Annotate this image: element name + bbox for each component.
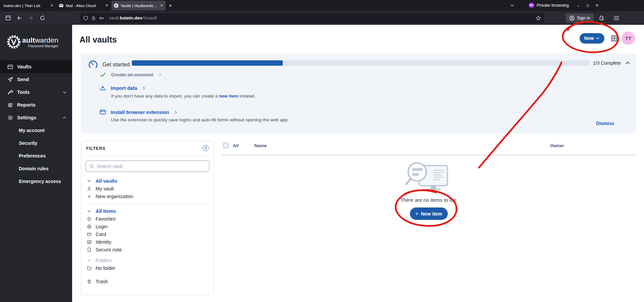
user-icon bbox=[86, 186, 92, 191]
main-content: All vaults New TT bbox=[72, 25, 644, 302]
step-label[interactable]: Import data bbox=[111, 85, 137, 91]
tab-close-icon[interactable]: ✕ bbox=[105, 3, 108, 8]
lock-icon[interactable] bbox=[91, 15, 96, 21]
bookmark-star-icon[interactable] bbox=[536, 15, 541, 21]
gear-icon bbox=[7, 115, 13, 121]
trash-icon bbox=[86, 279, 92, 284]
sidebar-item-settings[interactable]: Settings bbox=[0, 111, 72, 124]
shield-icon[interactable] bbox=[83, 15, 88, 21]
column-owner[interactable]: Owner bbox=[550, 143, 564, 148]
tab-mail[interactable]: Mail - Atlas Cloud ✕ bbox=[56, 1, 111, 10]
list-all-tabs-icon[interactable] bbox=[510, 3, 515, 8]
filter-all-items[interactable]: All items bbox=[86, 207, 209, 215]
progress-fill bbox=[132, 60, 283, 66]
filter-identity[interactable]: Identity bbox=[86, 238, 209, 246]
plus-icon: + bbox=[415, 210, 419, 217]
globe-icon bbox=[86, 224, 92, 229]
filter-all-vaults[interactable]: All vaults bbox=[86, 177, 209, 185]
browser-toolbar: vault.bstein.dev/#/vault Sign in bbox=[0, 11, 644, 25]
product-switcher-icon[interactable] bbox=[611, 35, 618, 42]
filter-favorites[interactable]: Favorites bbox=[86, 215, 209, 223]
firefox-view-icon[interactable] bbox=[3, 13, 13, 23]
sidebar-item-tools[interactable]: Tools bbox=[0, 86, 72, 99]
tab-vaultwarden[interactable]: Vaults | Vaultwarden Web ✕ bbox=[111, 1, 166, 10]
tab-close-icon[interactable]: ✕ bbox=[50, 3, 53, 8]
filter-folders[interactable]: Folders bbox=[86, 256, 209, 264]
new-tab-button[interactable]: + bbox=[166, 2, 174, 10]
new-item-label: New item bbox=[421, 211, 442, 217]
search-input[interactable] bbox=[97, 164, 206, 169]
avatar[interactable]: TT bbox=[622, 32, 635, 45]
plus-icon bbox=[86, 194, 92, 199]
step-create-account[interactable]: Create an account bbox=[100, 71, 162, 78]
back-icon[interactable] bbox=[15, 13, 24, 23]
filter-my-vault[interactable]: My vault bbox=[86, 185, 209, 192]
sidebar-item-label: Send bbox=[17, 77, 29, 82]
import-icon bbox=[100, 85, 106, 91]
filter-login[interactable]: Login bbox=[86, 223, 209, 230]
window-maximize-button[interactable]: ◇ bbox=[584, 1, 592, 9]
sidebar-item-domain-rules[interactable]: Domain rules bbox=[0, 162, 72, 175]
chevron-down-icon bbox=[62, 90, 67, 95]
sidebar-item-reports[interactable]: Reports bbox=[0, 99, 72, 111]
tab-close-icon[interactable]: ✕ bbox=[160, 3, 163, 8]
chevron-down-icon bbox=[596, 36, 600, 40]
url-bar[interactable]: vault.bstein.dev/#/vault bbox=[80, 13, 544, 23]
reload-icon[interactable] bbox=[38, 13, 47, 23]
key-icon[interactable] bbox=[99, 15, 105, 21]
select-all-checkbox[interactable] bbox=[223, 143, 228, 148]
note-icon bbox=[86, 247, 92, 252]
collapse-chevron-up-icon[interactable] bbox=[625, 60, 630, 66]
chevron-down-icon[interactable] bbox=[86, 258, 92, 262]
sidebar-item-security[interactable]: Security bbox=[0, 137, 72, 149]
star-icon bbox=[86, 217, 92, 221]
chevron-down-icon[interactable] bbox=[86, 209, 92, 213]
id-card-icon bbox=[86, 240, 92, 244]
send-icon bbox=[7, 77, 13, 82]
filter-card[interactable]: Card bbox=[86, 230, 209, 238]
sidebar-item-preferences[interactable]: Preferences bbox=[0, 149, 72, 162]
dismiss-link[interactable]: Dismiss bbox=[596, 121, 614, 126]
step-import-data[interactable]: Import data bbox=[100, 85, 146, 91]
tab-titan-lab[interactable]: bstein.dev | Titan Lab ✕ bbox=[1, 1, 56, 10]
forward-icon[interactable] bbox=[26, 13, 36, 23]
column-name[interactable]: Name bbox=[254, 143, 267, 148]
empty-message: There are no items to list. bbox=[387, 197, 471, 203]
filters-title: FILTERS bbox=[86, 146, 105, 151]
sidebar: aultwarden Password Manager Vaults Send bbox=[0, 25, 72, 302]
items-table-header: All Name Owner bbox=[223, 143, 636, 148]
step-label[interactable]: Create an account bbox=[111, 72, 153, 77]
filter-new-organization[interactable]: New organization bbox=[86, 192, 209, 200]
vaultwarden-web-app: bstein.dev | Titan Lab ✕ Mail - Atlas Cl… bbox=[0, 0, 644, 302]
get-started-title: Get started bbox=[102, 61, 130, 68]
step-extension-description: Use the extension to quickly save logins… bbox=[111, 117, 289, 122]
filter-secure-note[interactable]: Secure note bbox=[86, 246, 209, 253]
window-close-button[interactable]: ✕ bbox=[593, 1, 601, 9]
new-button[interactable]: New bbox=[580, 33, 604, 44]
sign-in-button[interactable]: Sign in bbox=[566, 13, 594, 23]
tab-title: Vaults | Vaultwarden Web bbox=[121, 4, 158, 8]
new-item-button[interactable]: + New item bbox=[410, 207, 448, 220]
sidebar-item-my-account[interactable]: My account bbox=[0, 124, 72, 137]
extensions-icon[interactable] bbox=[597, 13, 606, 23]
browser-extension-icon bbox=[100, 109, 106, 115]
chevron-down-icon[interactable] bbox=[86, 179, 92, 183]
sidebar-item-vaults[interactable]: Vaults bbox=[0, 60, 72, 73]
sidebar-item-label: Reports bbox=[17, 102, 36, 108]
step-label[interactable]: Install browser extension bbox=[111, 110, 169, 115]
search-box[interactable] bbox=[86, 161, 209, 172]
sidebar-item-label: Settings bbox=[17, 115, 36, 120]
tab-title: Mail - Atlas Cloud bbox=[66, 4, 103, 8]
help-icon[interactable]: ? bbox=[203, 145, 209, 151]
sidebar-item-send[interactable]: Send bbox=[0, 73, 72, 86]
step-install-extension[interactable]: Install browser extension bbox=[100, 109, 178, 115]
select-all-label: All bbox=[233, 143, 238, 148]
menu-icon[interactable] bbox=[612, 13, 621, 23]
filter-no-folder[interactable]: No folder bbox=[86, 264, 209, 272]
new-item-link[interactable]: new item bbox=[219, 94, 238, 99]
browser-tab-bar: bstein.dev | Titan Lab ✕ Mail - Atlas Cl… bbox=[0, 0, 644, 11]
sidebar-item-emergency-access[interactable]: Emergency access bbox=[0, 175, 72, 188]
filter-trash[interactable]: Trash bbox=[86, 278, 209, 285]
window-minimize-button[interactable]: ⌄ bbox=[574, 1, 582, 9]
logo-tagline: Password Manager bbox=[22, 44, 58, 48]
